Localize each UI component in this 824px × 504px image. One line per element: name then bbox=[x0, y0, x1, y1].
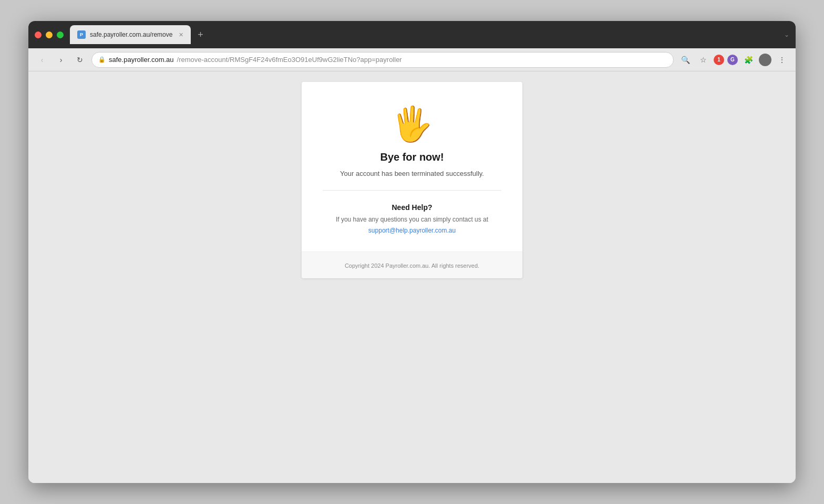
nav-bar: ‹ › ↻ 🔒 safe.payroller.com.au /remove-ac… bbox=[28, 48, 796, 71]
reload-icon: ↻ bbox=[77, 56, 83, 64]
address-bar[interactable]: 🔒 safe.payroller.com.au /remove-account/… bbox=[91, 52, 674, 68]
new-tab-button[interactable]: + bbox=[193, 27, 208, 42]
wave-hand-emoji: 🖐️ bbox=[323, 107, 501, 141]
card-main-content: 🖐️ Bye for now! Your account has been te… bbox=[302, 82, 522, 251]
content-area: 🖐️ Bye for now! Your account has been te… bbox=[28, 71, 796, 483]
more-menu-button[interactable]: ⋮ bbox=[775, 52, 789, 67]
forward-button[interactable]: › bbox=[54, 52, 68, 67]
address-domain: safe.payroller.com.au bbox=[109, 56, 174, 64]
need-help-body: If you have any questions you can simply… bbox=[323, 216, 501, 223]
copyright-text: Copyright 2024 Payroller.com.au. All rig… bbox=[345, 262, 479, 269]
more-icon: ⋮ bbox=[778, 56, 786, 64]
active-tab[interactable]: P safe.payroller.com.au/remove ✕ bbox=[70, 25, 191, 44]
bye-subtitle: Your account has been terminated success… bbox=[323, 170, 501, 177]
lock-icon: 🔒 bbox=[98, 56, 106, 63]
extension-logo: G bbox=[730, 57, 735, 62]
address-path: /remove-account/RMSgF4F24v6fmEo3O91eUf9w… bbox=[177, 56, 402, 64]
traffic-lights bbox=[35, 32, 64, 38]
browser-window: P safe.payroller.com.au/remove ✕ + ⌄ ‹ ›… bbox=[28, 21, 796, 483]
nav-right-controls: 🔍 ☆ 1 G 🧩 ⋮ bbox=[678, 52, 789, 67]
bookmark-button[interactable]: ☆ bbox=[696, 52, 710, 67]
star-icon: ☆ bbox=[700, 56, 707, 64]
maximize-button[interactable] bbox=[57, 32, 64, 38]
card-footer: Copyright 2024 Payroller.com.au. All rig… bbox=[302, 251, 522, 278]
divider bbox=[323, 190, 501, 191]
search-button[interactable]: 🔍 bbox=[678, 52, 693, 67]
extension-icon-1[interactable]: G bbox=[727, 55, 738, 65]
title-bar: P safe.payroller.com.au/remove ✕ + ⌄ bbox=[28, 21, 796, 48]
profile-avatar[interactable] bbox=[759, 54, 771, 66]
tab-close-button[interactable]: ✕ bbox=[179, 32, 183, 38]
window-chevron-icon[interactable]: ⌄ bbox=[784, 31, 789, 38]
title-bar-controls: ⌄ bbox=[784, 31, 789, 38]
tab-label: safe.payroller.com.au/remove bbox=[90, 31, 172, 38]
notification-badge[interactable]: 1 bbox=[714, 55, 724, 65]
minimize-button[interactable] bbox=[46, 32, 53, 38]
tab-favicon: P bbox=[77, 30, 86, 39]
puzzle-icon: 🧩 bbox=[744, 56, 753, 64]
forward-icon: › bbox=[60, 56, 63, 64]
extensions-button[interactable]: 🧩 bbox=[741, 52, 756, 67]
notification-count: 1 bbox=[717, 57, 720, 62]
main-card: 🖐️ Bye for now! Your account has been te… bbox=[302, 82, 522, 278]
support-email-link[interactable]: support@help.payroller.com.au bbox=[368, 227, 456, 234]
back-icon: ‹ bbox=[41, 56, 44, 64]
need-help-title: Need Help? bbox=[323, 203, 501, 212]
reload-button[interactable]: ↻ bbox=[73, 52, 87, 67]
tab-bar: P safe.payroller.com.au/remove ✕ + bbox=[70, 25, 784, 44]
bye-title: Bye for now! bbox=[323, 151, 501, 163]
search-icon: 🔍 bbox=[681, 56, 690, 64]
close-button[interactable] bbox=[35, 32, 42, 38]
back-button[interactable]: ‹ bbox=[35, 52, 49, 67]
